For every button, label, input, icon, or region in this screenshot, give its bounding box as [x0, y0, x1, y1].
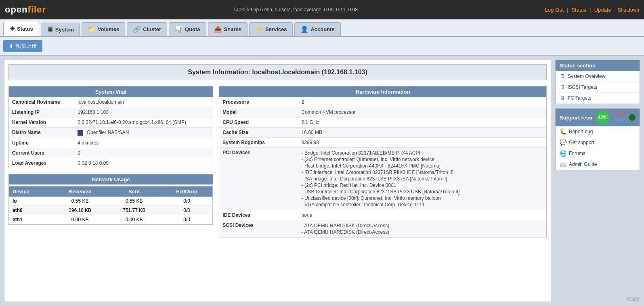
net-sent-eth1: 0.00 KB [107, 215, 161, 224]
table-row: Listening IP 192.168.1.103 [9, 107, 213, 117]
tab-accounts-label: Accounts [310, 26, 334, 32]
status-sidebar-section: Status section 🖥 System Overview 🖥 iSCSI… [555, 60, 640, 104]
network-table: Device Received Sent Err/Drop lo 0.55 KB [9, 186, 213, 224]
tab-status[interactable]: ☀ Status [3, 22, 39, 36]
fc-icon: 🖥 [560, 95, 565, 101]
cpu-value: 2.1 GHz [298, 117, 547, 128]
update-link[interactable]: Update [594, 7, 611, 13]
users-label: Current Users [9, 148, 75, 158]
upload-button[interactable]: ⬆ 拓挑上传 [3, 40, 42, 52]
sidebar-label-iscsi: iSCSI Targets [568, 84, 597, 90]
content-area: System Information: localhost.localdomai… [4, 60, 551, 302]
net-errdrop-eth0: 0/0 [161, 205, 213, 215]
system-vital-table: System Vital Canonical Hostname localhos… [8, 86, 213, 168]
distro-icon [78, 130, 83, 136]
system-icon: 🖥 [47, 26, 53, 33]
net-errdrop-lo: 0/0 [161, 197, 213, 206]
uptime-label: Uptime [9, 138, 75, 148]
sep1: | [567, 7, 568, 13]
hardware-table: Hardware Information Processors 2 Model … [219, 86, 547, 238]
pci-value: Bridge: Intel Corporation 82371AB/EB/MB … [298, 148, 547, 210]
net-device-lo: lo [9, 197, 53, 206]
model-label: Model [219, 107, 298, 117]
sep2: | [589, 7, 591, 13]
sidebar-label-admin-guide: Admin Guide [569, 161, 597, 167]
sidebar-item-admin-guide[interactable]: 📖 Admin Guide [556, 159, 640, 170]
net-sent-lo: 0.55 KB [107, 197, 161, 206]
support-sidebar-section: Support reso 42% ↑ 1.7K/s ↓ 2.3K/s 🐛 Rep… [555, 108, 640, 170]
tab-system-label: System [55, 27, 74, 33]
system-vital-header: System Vital [9, 86, 213, 98]
sidebar-item-forums[interactable]: 🌐 Forums [556, 148, 640, 159]
net-device-eth1: eth1 [9, 215, 53, 224]
system-vital-section: System Vital Canonical Hostname localhos… [8, 86, 213, 168]
table-row: Distro Name Openfiler NAS/SAN [9, 128, 213, 138]
status-icon: ☀ [9, 25, 15, 33]
sidebar-item-system-overview[interactable]: 🖥 System Overview [556, 71, 640, 82]
net-received-eth1: 0.00 KB [53, 215, 107, 224]
volumes-icon: 📁 [88, 25, 96, 33]
kernel-label: Kernel Version [9, 117, 75, 128]
table-row: Uptime 4 minutes [9, 138, 213, 148]
tab-cluster[interactable]: 🔗 Cluster [127, 22, 167, 36]
scsi-list: ATA QEMU HARDDISK (Direct-Access) ATA QE… [302, 222, 543, 235]
model-value: Common KVM processor [298, 107, 547, 117]
sidebar-item-report-bug[interactable]: 🐛 Report bug [556, 126, 640, 137]
shutdown-link[interactable]: Shutdown [618, 7, 639, 13]
table-row: Cache Size 16.00 MB [219, 128, 547, 138]
header-status: 14:20:59 up 6 min, 0 users, load average… [46, 7, 545, 13]
list-item: Unclassified device [00ff]: Qumranet, In… [302, 195, 543, 201]
watermark: 亿速云 [627, 296, 640, 302]
sidebar-label-forums: Forums [569, 151, 585, 156]
distro-label: Distro Name [9, 128, 75, 138]
net-device-eth0: eth0 [9, 205, 53, 215]
support-speed: ↑ 1.7K/s ↓ 2.3K/s [612, 113, 627, 122]
ip-value: 192.168.1.103 [74, 107, 213, 117]
sidebar-label-report-bug: Report bug [569, 129, 593, 134]
status-section-header: Status section [556, 60, 640, 71]
sidebar-item-get-support[interactable]: 💬 Get support [556, 137, 640, 148]
status-link[interactable]: Status [571, 7, 586, 13]
scsi-label: SCSI Devices [219, 220, 298, 238]
net-received-lo: 0.55 KB [53, 197, 107, 206]
distro-value: Openfiler NAS/SAN [74, 128, 213, 138]
tab-services[interactable]: ⚡ Services [249, 22, 293, 36]
list-item: (2x) PCI bridge: Red Hat, Inc. Device 00… [302, 182, 543, 189]
users-value: 0 [74, 148, 213, 158]
logout-link[interactable]: Log Out [545, 7, 564, 13]
support-header-label: Support reso [560, 115, 592, 121]
bogomips-value: 8399.98 [298, 138, 547, 148]
hardware-header: Hardware Information [219, 86, 547, 98]
net-errdrop-eth1: 0/0 [161, 215, 213, 224]
tab-quota[interactable]: 📊 Quota [169, 22, 206, 36]
support-icon: 💬 [560, 139, 566, 146]
page-title: System Information: localhost.localdomai… [8, 64, 547, 80]
speed-down: ↓ 2.3K/s [612, 118, 627, 122]
ip-label: Listening IP [9, 107, 75, 117]
tab-volumes[interactable]: 📁 Volumes [82, 22, 125, 36]
tab-system[interactable]: 🖥 System [41, 23, 80, 36]
net-received-eth0: 296.16 KB [53, 205, 107, 215]
table-row: Load Averages 0.02 0.18 0.09 [9, 158, 213, 168]
tab-volumes-label: Volumes [98, 26, 119, 32]
net-sent-eth0: 751.77 KB [107, 205, 161, 215]
sidebar-item-fc-targets[interactable]: 🖥 FC Targets [556, 93, 640, 104]
table-row: eth0 296.16 KB 751.77 KB 0/0 [9, 205, 213, 215]
pci-list: Bridge: Intel Corporation 82371AB/EB/MB … [302, 150, 543, 208]
sidebar-item-iscsi-targets[interactable]: 🖥 iSCSI Targets [556, 82, 640, 93]
table-row: IDE Devices none [219, 210, 547, 220]
hardware-info-section: Hardware Information Processors 2 Model … [219, 86, 547, 238]
cpu-label: CPU Speed [219, 117, 298, 128]
scsi-value: ATA QEMU HARDDISK (Direct-Access) ATA QE… [298, 220, 547, 238]
tab-shares[interactable]: 📤 Shares [208, 22, 248, 36]
tab-shares-label: Shares [224, 26, 241, 32]
list-item: ATA QEMU HARDDISK (Direct-Access) [302, 229, 543, 235]
tab-accounts[interactable]: 👤 Accounts [294, 22, 340, 36]
services-icon: ⚡ [255, 25, 263, 33]
network-usage-header: Network Usage [9, 174, 213, 184]
info-grid: System Vital Canonical Hostname localhos… [8, 86, 547, 238]
bug-icon: 🐛 [560, 128, 566, 135]
support-badge: 42% [596, 111, 609, 124]
network-usage-section: Network Usage Device Received Sent Err/D… [8, 174, 213, 225]
sidebar-label-system-overview: System Overview [568, 73, 605, 79]
